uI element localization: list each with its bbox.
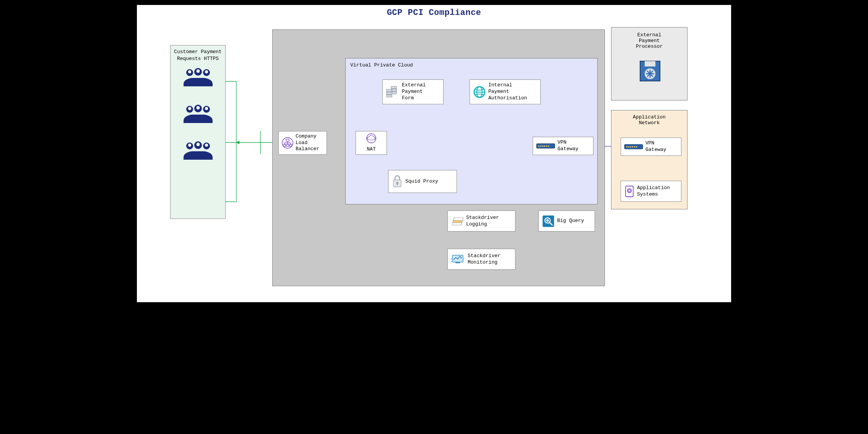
customer-requests-region: Customer Payment Requests HTTPS xyxy=(170,45,226,219)
nat-label: NAT xyxy=(367,146,375,153)
vpn-device-icon xyxy=(624,143,643,151)
svg-point-16 xyxy=(196,106,200,110)
globe-auth-icon xyxy=(473,86,486,99)
svg-rect-52 xyxy=(542,146,543,147)
svg-rect-40 xyxy=(387,89,392,92)
svg-rect-64 xyxy=(455,262,460,263)
floppy-network-icon xyxy=(639,60,661,84)
application-systems-node: Application Systems xyxy=(621,181,681,202)
svg-point-15 xyxy=(188,107,191,110)
external-payment-processor-label: External Payment Processor xyxy=(611,32,687,49)
svg-rect-72 xyxy=(626,186,633,197)
squid-proxy-label: Squid Proxy xyxy=(405,178,457,185)
bigquery-icon xyxy=(542,215,555,228)
application-systems-label: Application Systems xyxy=(637,185,681,198)
external-payment-form-node: External Payment Form xyxy=(382,79,444,104)
svg-rect-69 xyxy=(632,146,633,147)
svg-point-10 xyxy=(196,70,200,73)
svg-rect-54 xyxy=(546,146,547,147)
application-network-label: Application Network xyxy=(611,114,687,126)
users-icon xyxy=(171,104,225,125)
svg-rect-42 xyxy=(387,95,392,97)
users-icon xyxy=(171,141,225,162)
svg-rect-35 xyxy=(289,144,292,146)
monitoring-icon xyxy=(451,254,465,265)
svg-rect-34 xyxy=(286,144,289,146)
svg-rect-55 xyxy=(548,146,549,147)
internal-payment-auth-node: Internal Payment Authorisation xyxy=(470,79,541,104)
stack-icon xyxy=(451,215,464,227)
company-load-balancer-node: Company Load Balancer xyxy=(278,131,327,155)
vpn-gateway-app-node: VPN Gateway xyxy=(621,138,681,156)
svg-rect-32 xyxy=(286,139,289,141)
svg-rect-25 xyxy=(645,61,655,66)
application-systems-icon xyxy=(624,185,635,198)
svg-rect-67 xyxy=(628,146,629,147)
big-query-node: Big Query xyxy=(538,211,595,232)
stackdriver-logging-node: Stackdriver Logging xyxy=(447,211,515,232)
svg-rect-51 xyxy=(540,146,541,147)
stackdriver-monitoring-node: Stackdriver Monitoring xyxy=(447,249,515,270)
squid-proxy-node: Squid Proxy xyxy=(388,170,457,193)
company-load-balancer-label: Company Load Balancer xyxy=(296,133,327,153)
svg-point-17 xyxy=(205,107,208,110)
nat-node: NAT xyxy=(356,131,387,155)
svg-point-73 xyxy=(627,188,632,193)
svg-point-23 xyxy=(205,144,208,147)
svg-rect-66 xyxy=(626,146,627,147)
vpn-gateway-gcp-node: VPN Gateway xyxy=(533,137,593,155)
svg-rect-71 xyxy=(636,146,637,147)
svg-point-9 xyxy=(188,70,191,73)
nat-icon xyxy=(366,133,377,146)
customer-requests-title: Customer Payment Requests HTTPS xyxy=(171,49,225,62)
svg-rect-68 xyxy=(630,146,631,147)
servers-icon xyxy=(386,86,400,99)
external-payment-processor-region: External Payment Processor xyxy=(611,27,688,100)
svg-rect-33 xyxy=(283,144,286,146)
vpn-gateway-app-label: VPN Gateway xyxy=(645,140,681,153)
users-icon xyxy=(171,67,225,89)
svg-point-22 xyxy=(196,143,200,146)
stackdriver-monitoring-label: Stackdriver Monitoring xyxy=(468,253,515,266)
vpc-label: Virtual Private Cloud xyxy=(350,62,413,68)
svg-rect-53 xyxy=(544,146,545,147)
diagram-title: GCP PCI Compliance xyxy=(137,8,731,18)
svg-rect-37 xyxy=(391,86,397,89)
external-payment-form-label: External Payment Form xyxy=(402,82,443,102)
svg-rect-62 xyxy=(546,219,549,222)
svg-point-21 xyxy=(188,144,191,147)
vpn-gateway-gcp-label: VPN Gateway xyxy=(558,139,593,152)
svg-rect-50 xyxy=(538,146,540,147)
svg-rect-70 xyxy=(634,146,635,147)
svg-point-11 xyxy=(205,70,208,73)
stackdriver-logging-label: Stackdriver Logging xyxy=(466,215,515,228)
load-balancer-icon xyxy=(282,137,293,149)
lock-proxy-icon xyxy=(392,175,403,188)
svg-rect-58 xyxy=(454,218,463,220)
internal-payment-auth-label: Internal Payment Authorisation xyxy=(488,82,540,102)
svg-rect-41 xyxy=(387,92,392,94)
svg-rect-48 xyxy=(397,183,398,185)
big-query-label: Big Query xyxy=(557,218,595,224)
vpn-device-icon xyxy=(536,142,555,150)
